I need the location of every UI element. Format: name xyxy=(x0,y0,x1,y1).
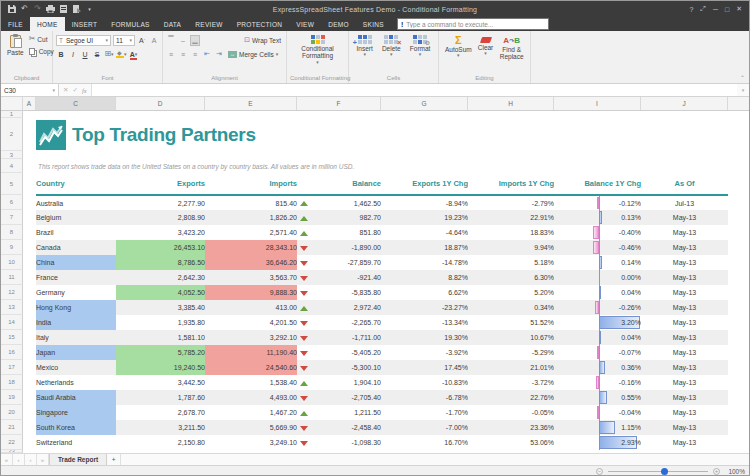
cell-exports[interactable]: 2,642.30 xyxy=(116,270,205,285)
cell-as-of[interactable]: May-13 xyxy=(641,285,728,300)
cell-imports[interactable]: 4,201.50 xyxy=(205,315,297,330)
font-family-select[interactable]: TSegoe UI▾ xyxy=(56,35,111,46)
cell-country[interactable]: Mexico xyxy=(36,360,116,375)
decrease-indent-icon[interactable]: ⇤ xyxy=(202,49,212,60)
cancel-entry-icon[interactable]: ✕ xyxy=(63,86,68,94)
cell-exports[interactable]: 2,678.70 xyxy=(116,405,205,420)
command-box[interactable]: ! Type a command to execute... xyxy=(397,18,549,30)
cell-imports-1y-chg[interactable]: -2.79% xyxy=(468,195,554,210)
cell-imports-1y-chg[interactable]: 51.52% xyxy=(468,315,554,330)
cell-imports-1y-chg[interactable]: 53.06% xyxy=(468,435,554,450)
cell-country[interactable]: Australia xyxy=(36,195,116,210)
cell-balance-1y-chg[interactable]: -0.16% xyxy=(554,375,641,390)
column-header-D[interactable]: D xyxy=(116,97,205,110)
cell-exports[interactable]: 2,808.90 xyxy=(116,210,205,225)
cell-exports-1y-chg[interactable]: -1.70% xyxy=(381,405,468,420)
conditional-formatting-button[interactable]: Conditional Formatting ▾ xyxy=(290,33,345,75)
cell-exports-1y-chg[interactable]: -6.78% xyxy=(381,390,468,405)
cell-balance-1y-chg[interactable]: -0.04% xyxy=(554,405,641,420)
cell-exports-1y-chg[interactable]: -3.92% xyxy=(381,345,468,360)
report-header[interactable]: Top Trading Partners xyxy=(36,118,728,151)
cell-country[interactable]: Germany xyxy=(36,285,116,300)
cell-balance-1y-chg[interactable]: 2.93% xyxy=(554,435,641,450)
cell-balance-1y-chg[interactable]: 0.55% xyxy=(554,390,641,405)
align-left-icon[interactable]: ≡ xyxy=(166,49,176,60)
cell-imports[interactable]: 413.00 xyxy=(205,300,297,315)
cell-imports-1y-chg[interactable]: 21.01% xyxy=(468,360,554,375)
cell-as-of[interactable]: May-13 xyxy=(641,240,728,255)
row-header-21[interactable]: 21 xyxy=(1,420,23,435)
column-header-E[interactable]: E xyxy=(205,97,297,110)
cell-balance[interactable]: 851.80 xyxy=(297,225,381,240)
cut-button[interactable]: ✂Cut xyxy=(27,33,56,45)
report-column-exports-1y-chg[interactable]: Exports 1Y Chg xyxy=(381,173,468,195)
cell-imports[interactable]: 24,540.60 xyxy=(205,360,297,375)
cell-exports[interactable]: 2,277.90 xyxy=(116,195,205,210)
cell-exports[interactable]: 2,150.80 xyxy=(116,435,205,450)
insert-cells-button[interactable]: + Insert▾ xyxy=(354,33,376,75)
report-description[interactable]: This report shows trade data on the Unit… xyxy=(36,159,728,173)
find-replace-button[interactable]: A↷B Find & Replace xyxy=(496,33,527,75)
cell-country[interactable]: Belgium xyxy=(36,210,116,225)
cell-balance[interactable]: -1,098.30 xyxy=(297,435,381,450)
export-icon[interactable] xyxy=(72,5,81,14)
cell-exports-1y-chg[interactable]: -7.00% xyxy=(381,420,468,435)
cell-country[interactable]: South Korea xyxy=(36,420,116,435)
copy-button[interactable]: Copy xyxy=(27,45,56,57)
cell-imports-1y-chg[interactable]: 18.83% xyxy=(468,225,554,240)
zoom-slider-thumb[interactable] xyxy=(661,468,668,475)
align-bottom-icon[interactable]: ▁ xyxy=(190,35,200,46)
cell-country[interactable]: China xyxy=(36,255,116,270)
last-sheet-icon[interactable]: » xyxy=(37,454,49,465)
row-header-19[interactable]: 19 xyxy=(1,390,23,405)
cell-as-of[interactable]: May-13 xyxy=(641,405,728,420)
cell-imports[interactable]: 28,343.10 xyxy=(205,240,297,255)
cell-country[interactable]: Japan xyxy=(36,345,116,360)
cell-balance[interactable]: 1,211.50 xyxy=(297,405,381,420)
wrap-text-button[interactable]: ⊡Wrap Text xyxy=(242,34,283,46)
row-header-20[interactable]: 20 xyxy=(1,405,23,420)
help-button[interactable]: ? xyxy=(689,6,693,13)
cell-as-of[interactable]: May-13 xyxy=(641,255,728,270)
ribbon-collapse-icon[interactable]: ⌃ xyxy=(740,74,745,81)
delete-cells-button[interactable]: × Delete▾ xyxy=(379,33,404,75)
row-header-18[interactable]: 18 xyxy=(1,375,23,390)
cell-as-of[interactable]: May-13 xyxy=(641,225,728,240)
cell-exports-1y-chg[interactable]: 18.87% xyxy=(381,240,468,255)
cell-exports[interactable]: 3,211.50 xyxy=(116,420,205,435)
row-header-16[interactable]: 16 xyxy=(1,345,23,360)
report-column-balance[interactable]: Balance xyxy=(297,173,381,195)
cell-balance-1y-chg[interactable]: -0.07% xyxy=(554,345,641,360)
row-header-5[interactable]: 5 xyxy=(1,173,23,195)
paste-button[interactable]: Paste xyxy=(4,33,27,75)
row-header-14[interactable]: 14 xyxy=(1,315,23,330)
cell-imports[interactable]: 3,563.70 xyxy=(205,270,297,285)
cell-balance[interactable]: 1,904.10 xyxy=(297,375,381,390)
fill-color-button[interactable]: ▾ xyxy=(116,49,127,60)
report-column-imports[interactable]: Imports xyxy=(205,173,297,195)
cell-balance[interactable]: -5,835.80 xyxy=(297,285,381,300)
cell-as-of[interactable]: May-13 xyxy=(641,315,728,330)
cell-as-of[interactable]: May-13 xyxy=(641,300,728,315)
close-button[interactable]: ✕ xyxy=(736,5,742,13)
cell-exports[interactable]: 5,785.20 xyxy=(116,345,205,360)
row-header-11[interactable]: 11 xyxy=(1,270,23,285)
cell-country[interactable]: Saudi Arabia xyxy=(36,390,116,405)
formula-bar-expand-icon[interactable]: ▾ xyxy=(737,84,749,96)
cell-imports[interactable]: 1,826.20 xyxy=(205,210,297,225)
cell-exports[interactable]: 4,052.50 xyxy=(116,285,205,300)
cell-balance[interactable]: -5,405.20 xyxy=(297,345,381,360)
cell-country[interactable]: India xyxy=(36,315,116,330)
column-header-I[interactable]: I xyxy=(554,97,641,110)
first-sheet-icon[interactable]: « xyxy=(1,454,13,465)
cell-balance-1y-chg[interactable]: 0.04% xyxy=(554,330,641,345)
cell-imports[interactable]: 3,292.10 xyxy=(205,330,297,345)
cell-exports[interactable]: 3,423.20 xyxy=(116,225,205,240)
row-header-22[interactable]: 22 xyxy=(1,435,23,450)
row-header-8[interactable]: 8 xyxy=(1,225,23,240)
cell-exports[interactable]: 3,442.50 xyxy=(116,375,205,390)
cell-country[interactable]: Singapore xyxy=(36,405,116,420)
ribbon-tab-formulas[interactable]: FORMULAS xyxy=(104,17,157,31)
font-color-button[interactable]: A▾ xyxy=(129,49,139,60)
formula-input[interactable] xyxy=(92,84,737,96)
